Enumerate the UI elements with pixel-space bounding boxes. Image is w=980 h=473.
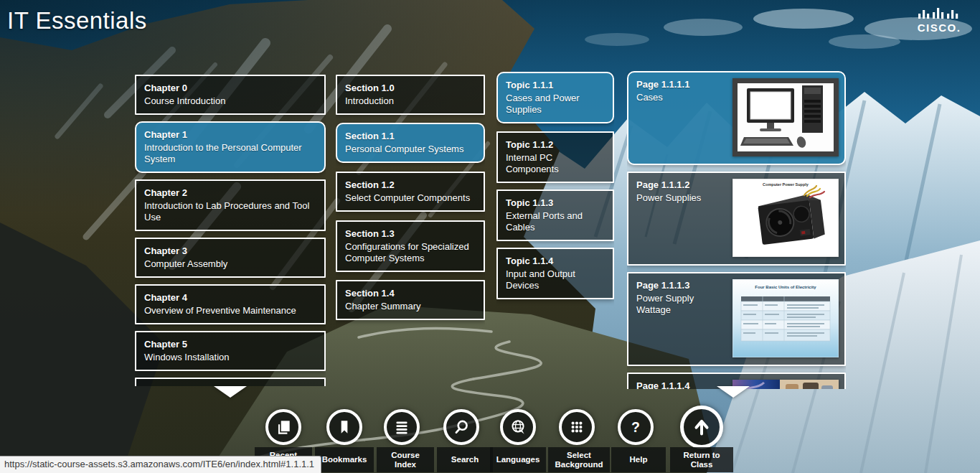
card-heading: Topic 1.1.4 [506, 255, 605, 267]
section-1-0-card[interactable]: Section 1.0 Introduction [336, 75, 485, 115]
topic-1-1-2-card[interactable]: Topic 1.1.2 Internal PC Components [496, 131, 614, 183]
background-grid-icon [567, 418, 586, 436]
page-1-1-1-2-card[interactable]: Page 1.1.1.2 Power Supplies Computer Pow… [627, 172, 846, 266]
languages-label[interactable]: Languages [490, 447, 546, 472]
bookmarks-label[interactable]: Bookmarks [315, 447, 374, 472]
return-arrow-icon [691, 416, 712, 438]
power-supply-thumbnail: Computer Power Supply [732, 179, 839, 257]
chapter-6-card[interactable]: Chapter 6 [135, 378, 326, 386]
card-title: Internal PC Components [506, 152, 605, 175]
thumbnail-caption: Four Basic Units of Electricity [755, 285, 816, 289]
card-title: Power Supplies [636, 192, 730, 204]
help-button[interactable]: ? [618, 409, 654, 445]
browser-status-bar: https://static-course-assets.s3.amazonaw… [0, 456, 321, 473]
card-heading: Topic 1.1.1 [506, 79, 605, 91]
card-heading: Topic 1.1.2 [506, 139, 605, 151]
card-heading: Chapter 0 [144, 82, 316, 94]
card-title: Cases and Power Supplies [506, 93, 605, 116]
section-1-4-card[interactable]: Section 1.4 Chapter Summary [336, 280, 485, 320]
course-index-screen: IT Essentials CISCO. Chapter 0 Course In… [0, 0, 980, 473]
card-heading: Chapter 5 [144, 338, 316, 350]
card-title: Introduction to the Personal Computer Sy… [144, 142, 316, 165]
chapters-column: Chapter 0 Course Introduction Chapter 1 … [135, 75, 326, 386]
card-heading: Chapter 2 [144, 187, 316, 199]
bookmarks-button[interactable] [326, 409, 362, 445]
card-title: Windows Installation [144, 352, 316, 363]
card-title: Cases [636, 92, 730, 103]
card-title: Input and Output Devices [506, 268, 605, 291]
page-title: IT Essentials [7, 7, 147, 34]
card-heading: Section 1.4 [345, 287, 476, 299]
bookmark-icon [335, 418, 354, 436]
course-index-label[interactable]: Course Index [377, 447, 434, 472]
section-1-2-card[interactable]: Section 1.2 Select Computer Components [336, 172, 485, 212]
card-title: Computer Assembly [144, 258, 316, 270]
course-index-icon [392, 418, 411, 436]
topic-1-1-4-card[interactable]: Topic 1.1.4 Input and Output Devices [496, 248, 614, 299]
card-heading: Section 1.2 [345, 179, 476, 191]
card-heading: Page 1.1.1.4 [636, 380, 730, 389]
card-heading: Chapter 3 [144, 245, 316, 257]
card-title: Course Introduction [144, 95, 316, 107]
card-title: Configurations for Specialized Computer … [345, 241, 476, 264]
select-background-label[interactable]: Select Background [548, 447, 610, 472]
chapters-scroll-down-arrow[interactable] [214, 386, 247, 398]
card-heading: Section 1.1 [345, 130, 476, 142]
help-label[interactable]: Help [611, 447, 666, 472]
return-to-class-label[interactable]: Return to Class [670, 447, 733, 472]
card-heading: Page 1.1.1.2 [636, 179, 730, 191]
card-title: Select Computer Components [345, 192, 476, 204]
svg-text:?: ? [631, 419, 640, 435]
sections-column: Section 1.0 Introduction Section 1.1 Per… [336, 75, 485, 386]
card-title: Personal Computer Systems [345, 144, 476, 155]
chapter-1-card[interactable]: Chapter 1 Introduction to the Personal C… [135, 121, 326, 173]
card-heading: Section 1.0 [345, 82, 476, 94]
section-1-1-card[interactable]: Section 1.1 Personal Computer Systems [336, 123, 485, 163]
recent-pages-icon [274, 418, 293, 436]
chapter-2-card[interactable]: Chapter 2 Introduction to Lab Procedures… [135, 179, 326, 231]
card-heading: Section 1.3 [345, 228, 476, 240]
recent-items-button[interactable] [265, 409, 301, 445]
cisco-wordmark: CISCO. [908, 22, 970, 34]
card-heading: Chapter 1 [144, 128, 316, 141]
chapter-5-card[interactable]: Chapter 5 Windows Installation [135, 331, 326, 371]
card-title: Power Supply Wattage [636, 293, 730, 316]
card-title: External Ports and Cables [506, 210, 605, 233]
card-title: Introduction to Lab Procedures and Tool … [144, 200, 316, 223]
card-heading: Topic 1.1.3 [506, 197, 605, 209]
cisco-logo: CISCO. [908, 6, 970, 34]
card-heading: Page 1.1.1.1 [636, 78, 730, 90]
search-label[interactable]: Search [437, 447, 493, 472]
electricity-table-thumbnail: Four Basic Units of Electricity [732, 279, 839, 357]
chapter-4-card[interactable]: Chapter 4 Overview of Preventive Mainten… [135, 284, 326, 324]
pages-scroll-down-arrow[interactable] [717, 386, 750, 398]
topics-column: Topic 1.1.1 Cases and Power Supplies Top… [496, 72, 614, 386]
card-title: Overview of Preventive Maintenance [144, 305, 316, 317]
languages-button[interactable] [500, 409, 536, 445]
chapter-3-card[interactable]: Chapter 3 Computer Assembly [135, 238, 326, 278]
select-background-button[interactable] [559, 409, 595, 445]
course-index-button[interactable] [384, 409, 420, 445]
search-button[interactable] [443, 409, 479, 445]
return-to-class-button[interactable] [680, 406, 723, 449]
pages-column: Page 1.1.1.1 Cases [627, 71, 846, 389]
page-1-1-1-3-card[interactable]: Page 1.1.1.3 Power Supply Wattage Four B… [627, 272, 846, 366]
thumbnail-caption: Computer Power Supply [763, 182, 809, 187]
topic-1-1-1-card[interactable]: Topic 1.1.1 Cases and Power Supplies [496, 72, 614, 123]
cisco-bridge-icon [917, 6, 961, 20]
card-heading: Chapter 4 [144, 291, 316, 304]
topic-1-1-3-card[interactable]: Topic 1.1.3 External Ports and Cables [496, 189, 614, 241]
desktop-computer-thumbnail [732, 78, 839, 156]
card-title: Chapter Summary [345, 301, 476, 312]
page-1-1-1-1-card[interactable]: Page 1.1.1.1 Cases [627, 71, 846, 165]
card-title: Introduction [345, 95, 476, 107]
languages-globe-icon [509, 418, 527, 436]
section-1-3-card[interactable]: Section 1.3 Configurations for Specializ… [336, 220, 485, 272]
card-heading: Page 1.1.1.3 [636, 279, 730, 291]
help-icon: ? [626, 418, 645, 436]
search-icon [452, 418, 471, 436]
chapter-0-card[interactable]: Chapter 0 Course Introduction [135, 75, 326, 115]
